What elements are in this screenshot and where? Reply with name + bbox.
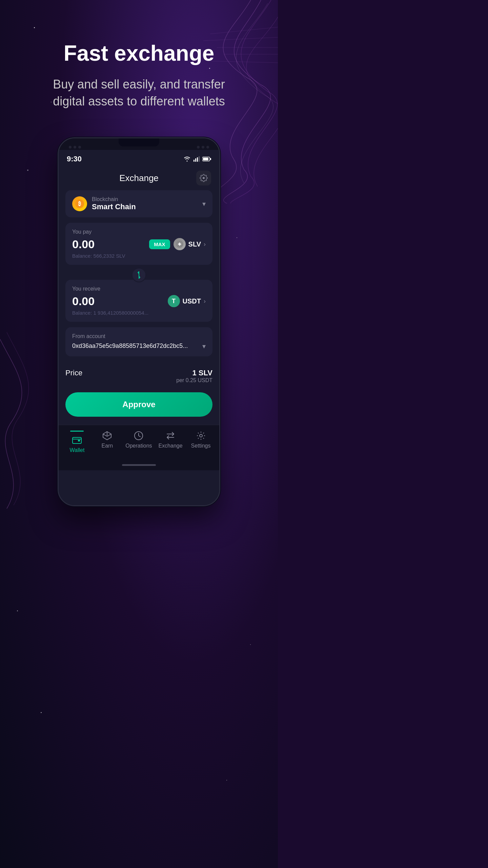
nav-exchange[interactable]: Exchange (158, 431, 182, 453)
usdt-chevron-icon: › (204, 298, 206, 305)
nav-operations[interactable]: Operations (125, 431, 152, 453)
battery-icon (202, 157, 211, 161)
gear-icon (200, 174, 208, 182)
nav-wallet-label: Wallet (70, 447, 85, 453)
svg-rect-8 (199, 156, 200, 162)
slv-token-selector[interactable]: SLV › (174, 238, 206, 250)
page-subtitle: Buy and sell easily, and transfer digita… (37, 76, 241, 110)
slv-icon (174, 238, 186, 250)
you-pay-card: You pay 0.00 MAX (65, 223, 212, 265)
svg-rect-11 (210, 158, 211, 160)
price-row: Price 1 SLV per 0.25 USDT (65, 369, 212, 383)
wifi-icon (183, 156, 191, 162)
exchange-icon (165, 431, 176, 441)
nav-settings-label: Settings (191, 443, 211, 449)
token-controls: MAX SLV › (149, 238, 206, 250)
price-value: 1 SLV (176, 369, 212, 377)
chain-icon: ₿ (72, 196, 87, 211)
app-header: Exchange (59, 166, 219, 190)
usdt-token-selector[interactable]: T USDT › (168, 295, 206, 307)
receive-balance: Balance: 1 936,4120580000054... (72, 310, 206, 316)
svg-rect-6 (195, 158, 196, 162)
status-icons (183, 156, 211, 162)
amount-row: 0.00 MAX SLV › (72, 238, 206, 251)
pay-amount: 0.00 (72, 238, 95, 251)
you-pay-label: You pay (72, 229, 206, 235)
exchange-title: Exchange (119, 173, 159, 183)
chevron-down-icon: ▾ (202, 200, 206, 208)
from-account-label: From account (72, 333, 206, 339)
price-sub: per 0.25 USDT (176, 377, 212, 383)
you-receive-card: You receive 0.00 T USDT › Balance: 1 936… (65, 280, 212, 322)
svg-rect-5 (194, 160, 195, 162)
status-bar: 9:30 (59, 150, 219, 166)
nav-earn-label: Earn (101, 443, 113, 449)
settings-button[interactable] (196, 171, 211, 185)
status-time: 9:30 (67, 155, 82, 163)
nav-earn[interactable]: Earn (95, 431, 119, 453)
account-address: 0xd36aa75e5c9a88585713e6d72dc2bc5... (72, 342, 188, 350)
bottom-navigation: Wallet Earn Operations (59, 425, 219, 460)
settings-nav-icon (196, 431, 206, 441)
swap-button[interactable] (131, 268, 146, 282)
nav-wallet[interactable]: Wallet (65, 431, 89, 453)
nav-exchange-label: Exchange (158, 443, 182, 449)
clock-icon (134, 431, 144, 441)
app-screen: Exchange ₿ Blockchain (59, 166, 219, 505)
svg-rect-10 (203, 158, 208, 160)
blockchain-name: Smart Chain (92, 202, 198, 211)
price-section: Price 1 SLV per 0.25 USDT (59, 362, 219, 387)
blockchain-selector[interactable]: ₿ Blockchain Smart Chain ▾ (65, 190, 212, 217)
home-indicator (122, 464, 156, 466)
home-indicator-bar (59, 460, 219, 470)
blockchain-label: Blockchain (92, 196, 198, 202)
usdt-token-name: USDT (183, 297, 201, 305)
cube-icon (102, 431, 112, 441)
nav-settings[interactable]: Settings (189, 431, 213, 453)
receive-amount-row: 0.00 T USDT › (72, 295, 206, 308)
swap-arrows-icon (135, 271, 143, 279)
from-account-card[interactable]: From account 0xd36aa75e5c9a88585713e6d72… (65, 327, 212, 356)
page-title: Fast exchange (64, 41, 215, 66)
approve-button[interactable]: Approve (65, 392, 212, 417)
you-receive-label: You receive (72, 286, 206, 292)
svg-rect-7 (197, 157, 198, 162)
slv-chevron-icon: › (204, 241, 206, 248)
svg-point-19 (200, 434, 202, 437)
chain-info: Blockchain Smart Chain (92, 196, 198, 211)
active-indicator (70, 431, 84, 432)
svg-text:₿: ₿ (78, 201, 81, 206)
max-button[interactable]: MAX (149, 239, 170, 249)
slv-token-name: SLV (188, 240, 201, 248)
receive-amount: 0.00 (72, 295, 95, 308)
wallet-icon (72, 435, 82, 445)
usdt-icon: T (168, 295, 180, 307)
pay-balance: Balance: 566,2332 SLV (72, 253, 206, 259)
swap-button-container (59, 268, 219, 282)
nav-operations-label: Operations (125, 443, 152, 449)
svg-rect-16 (73, 437, 81, 443)
price-value-container: 1 SLV per 0.25 USDT (176, 369, 212, 383)
signal-icon (194, 156, 200, 162)
svg-rect-17 (78, 440, 80, 441)
account-row: 0xd36aa75e5c9a88585713e6d72dc2bc5... ▾ (72, 342, 206, 350)
approve-label: Approve (122, 400, 155, 409)
account-chevron-icon: ▾ (202, 342, 206, 350)
price-label: Price (65, 369, 82, 377)
phone-mockup: 9:30 (58, 137, 220, 506)
